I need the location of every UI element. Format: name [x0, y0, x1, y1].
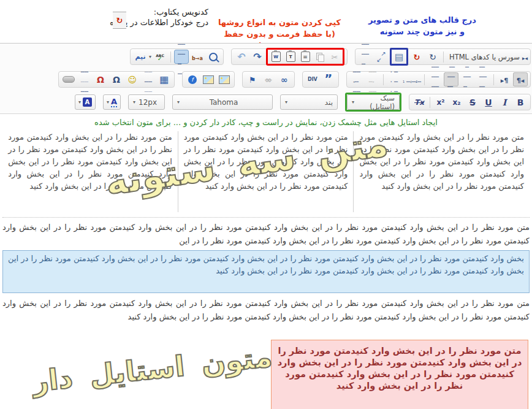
rtl-paragraph-icon: [517, 75, 525, 85]
rich-text-editor-page: کدنویس یکتاوب: درج خودکار اطلاعات در پای…: [0, 0, 532, 409]
bulleted-list-icon: [390, 65, 398, 94]
image-button[interactable]: [217, 72, 232, 86]
symbol-button[interactable]: Ω: [93, 72, 108, 86]
undo-button[interactable]: [234, 50, 249, 64]
paste-icon: [301, 52, 310, 62]
italic-button[interactable]: I: [497, 95, 512, 109]
flash-button[interactable]: [185, 72, 200, 86]
replace-button[interactable]: [190, 50, 205, 64]
bulleted-list-button[interactable]: [387, 72, 401, 86]
image-button-icon: [203, 75, 214, 84]
source-icon: [522, 52, 528, 62]
templates-button[interactable]: [392, 50, 406, 64]
chevron-down-icon[interactable]: ▾: [149, 54, 151, 59]
replace-icon: [192, 52, 203, 62]
table-icon: [159, 74, 169, 85]
paste-from-word-button[interactable]: [268, 50, 283, 64]
subscript-button[interactable]: x₂: [449, 95, 464, 109]
superscript-button[interactable]: x²: [433, 95, 448, 109]
yektaweb-icon: [414, 52, 420, 62]
redo-icon: [253, 51, 261, 63]
undo-icon: [237, 51, 245, 63]
styles-dropdown[interactable]: ▾ سبک (استایل): [347, 94, 400, 110]
bold-button[interactable]: B: [513, 95, 528, 109]
anchor-button[interactable]: [245, 72, 260, 86]
copy-icon: [316, 53, 324, 61]
cut-button[interactable]: [327, 50, 342, 64]
indent-button[interactable]: [349, 72, 364, 86]
note-templates: درج قالب های متن و تصویر و نیز متون چند …: [358, 14, 487, 37]
spellcheck-button[interactable]: ABC: [153, 50, 167, 64]
page-break-icon: [81, 65, 88, 94]
yektaweb-insert-button[interactable]: [409, 50, 424, 64]
paste-as-text-button[interactable]: [283, 50, 298, 64]
align-left-button[interactable]: [476, 72, 490, 86]
note-codenevis: کدنویس یکتاوب: درج خودکار اطلاعات در پای…: [77, 7, 208, 28]
editor-toolbar: سورس یا کدهای HTML: [0, 43, 532, 114]
anchor-icon: [249, 75, 256, 85]
outdent-button[interactable]: [365, 72, 380, 86]
copy-button[interactable]: [313, 50, 327, 64]
hidden-field-button[interactable]: [61, 72, 76, 86]
ltr-direction-button[interactable]: [497, 72, 512, 86]
yektaweb-codenevis-icon[interactable]: [113, 12, 126, 29]
hidden-field-icon: [63, 76, 75, 83]
blue-highlight-box: بخش وارد کنیدمتن مورد نظر را در این بخش …: [2, 250, 530, 293]
paragraph-format-dropdown[interactable]: ▾ بند: [280, 94, 338, 110]
redo-button[interactable]: [250, 50, 265, 64]
group-media: [182, 71, 235, 88]
group-insert: Ω Ω: [58, 71, 175, 88]
maximize-button[interactable]: [374, 50, 389, 64]
omega-red-icon: Ω: [97, 75, 104, 85]
group-find: ABC ▾ نیم: [130, 48, 224, 65]
group-blocks: DIV: [302, 71, 339, 88]
page-break-button[interactable]: [77, 72, 92, 86]
separator: [424, 74, 425, 85]
font-dropdown[interactable]: ▾ Tahoma: [172, 94, 273, 110]
align-right-icon: [447, 60, 455, 99]
link-icon: [281, 75, 288, 85]
strikethrough-button[interactable]: S: [465, 95, 480, 109]
numbered-list-icon: [403, 75, 421, 85]
source-button[interactable]: سورس یا کدهای HTML: [447, 50, 528, 64]
blockquote-button[interactable]: [321, 72, 336, 86]
show-blocks-button[interactable]: [358, 50, 373, 64]
image-button-2[interactable]: [201, 72, 216, 86]
note-codenevis-line2: درج خودکار اطلاعات در پایگاه: [77, 17, 208, 28]
background-color-button[interactable]: ▾ A: [75, 94, 96, 110]
half-space-button[interactable]: نیم: [133, 50, 148, 64]
font-size-dropdown[interactable]: ▾ 12px: [128, 94, 165, 110]
note-codenevis-line1: کدنویس یکتاوب:: [77, 7, 208, 17]
table-button[interactable]: [157, 72, 172, 86]
align-right-button[interactable]: [444, 72, 458, 86]
rtl-direction-button[interactable]: [513, 72, 528, 86]
search-icon: [209, 53, 218, 61]
numbered-list-button[interactable]: [403, 72, 421, 86]
underline-button[interactable]: U: [481, 95, 496, 109]
special-char-button[interactable]: Ω: [109, 72, 124, 86]
select-all-button[interactable]: [174, 50, 189, 64]
chevron-down-icon: ▾: [107, 99, 109, 105]
unlink-button[interactable]: [261, 72, 276, 86]
paste-button[interactable]: [298, 50, 313, 64]
horizontal-rule-button[interactable]: [141, 72, 156, 86]
align-justify-button[interactable]: [428, 72, 443, 86]
flash-icon: [188, 75, 197, 84]
div-container-icon: DIV: [308, 77, 317, 82]
smiley-button[interactable]: [125, 72, 140, 86]
annotation-frame-red: [266, 48, 344, 66]
align-center-button[interactable]: [460, 72, 474, 86]
annotation-area: کدنویس یکتاوب: درج خودکار اطلاعات در پای…: [0, 0, 532, 43]
paste-word-icon: [272, 52, 281, 62]
div-container-button[interactable]: DIV: [305, 72, 320, 86]
group-paragraph: [346, 71, 531, 88]
separator: [383, 74, 384, 85]
separator: [493, 74, 494, 85]
pink-styled-box: متن مورد نظر را در این بخش وارد کنیدمتن …: [271, 340, 528, 409]
find-button[interactable]: [206, 50, 221, 64]
link-button[interactable]: [277, 72, 292, 86]
paragraph-1: متن مورد نظر را در این بخش وارد کنیدمتن …: [2, 221, 530, 248]
annotation-frame-green: ▾ سبک (استایل): [345, 93, 401, 112]
remove-format-button[interactable]: Tx: [412, 95, 427, 109]
text-color-button[interactable]: ▾ A: [103, 94, 121, 110]
